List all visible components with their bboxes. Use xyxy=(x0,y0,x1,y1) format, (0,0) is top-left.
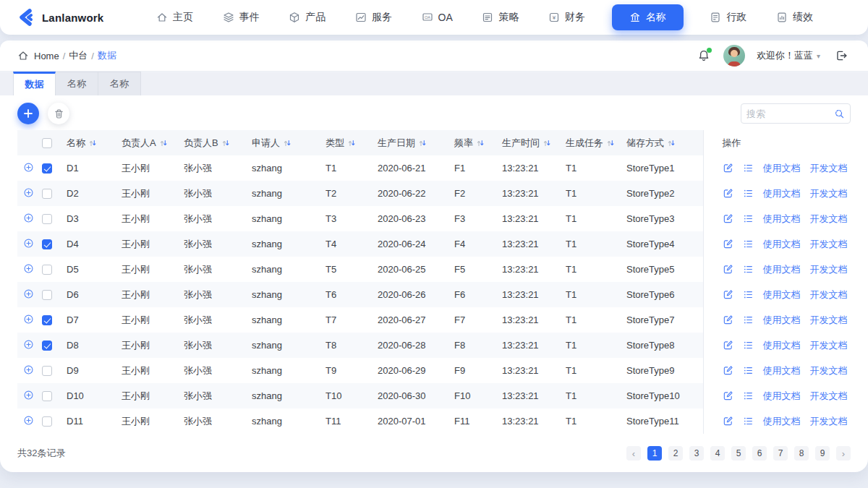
sort-icon[interactable] xyxy=(542,139,551,147)
page-button-2[interactable]: 2 xyxy=(668,446,683,461)
select-all-checkbox[interactable] xyxy=(42,138,52,148)
page-button-1[interactable]: 1 xyxy=(647,446,662,461)
edit-icon[interactable] xyxy=(723,365,733,376)
edit-icon[interactable] xyxy=(723,163,733,174)
list-icon[interactable] xyxy=(743,416,754,427)
expand-row-icon[interactable] xyxy=(23,364,34,375)
expand-row-icon[interactable] xyxy=(23,187,34,198)
sort-icon[interactable] xyxy=(667,139,676,147)
search-icon[interactable] xyxy=(834,108,845,119)
expand-row-icon[interactable] xyxy=(23,263,34,274)
page-button-5[interactable]: 5 xyxy=(731,446,746,461)
sort-icon[interactable] xyxy=(88,139,97,147)
expand-row-icon[interactable] xyxy=(23,213,34,223)
edit-icon[interactable] xyxy=(723,340,733,351)
nav-item-names[interactable]: 名称 xyxy=(612,4,684,30)
expand-row-icon[interactable] xyxy=(23,162,34,173)
edit-icon[interactable] xyxy=(723,314,733,325)
row-checkbox[interactable] xyxy=(42,391,52,401)
list-icon[interactable] xyxy=(743,340,754,351)
sort-icon[interactable] xyxy=(418,139,427,147)
list-icon[interactable] xyxy=(743,188,754,199)
doc-link-0[interactable]: 使用文档 xyxy=(763,339,801,352)
doc-link-1[interactable]: 开发文档 xyxy=(810,213,848,226)
sort-icon[interactable] xyxy=(476,139,485,147)
row-checkbox[interactable] xyxy=(42,290,52,300)
row-checkbox[interactable] xyxy=(42,163,52,174)
doc-link-0[interactable]: 使用文档 xyxy=(763,162,801,175)
sort-icon[interactable] xyxy=(283,139,292,147)
nav-item-oa[interactable]: OAOA xyxy=(419,7,456,27)
row-checkbox[interactable] xyxy=(42,416,52,427)
doc-link-0[interactable]: 使用文档 xyxy=(763,187,801,200)
edit-icon[interactable] xyxy=(723,416,733,427)
tab-2[interactable]: 名称 xyxy=(98,72,141,95)
notification-bell-icon[interactable] xyxy=(696,48,712,64)
page-button-7[interactable]: 7 xyxy=(773,446,788,461)
tab-1[interactable]: 名称 xyxy=(56,72,98,95)
list-icon[interactable] xyxy=(743,239,754,249)
doc-link-1[interactable]: 开发文档 xyxy=(810,162,848,175)
logout-icon[interactable] xyxy=(832,46,851,65)
doc-link-0[interactable]: 使用文档 xyxy=(763,238,801,251)
edit-icon[interactable] xyxy=(723,188,733,199)
delete-button[interactable] xyxy=(48,103,69,124)
nav-item-admin[interactable]: 行政 xyxy=(707,7,749,28)
doc-link-1[interactable]: 开发文档 xyxy=(810,288,848,301)
nav-item-strategy[interactable]: 策略 xyxy=(479,7,522,28)
edit-icon[interactable] xyxy=(723,390,733,401)
page-prev-button[interactable]: ‹ xyxy=(626,446,641,461)
sort-icon[interactable] xyxy=(606,139,615,147)
row-checkbox[interactable] xyxy=(42,265,52,275)
page-next-button[interactable]: › xyxy=(836,446,851,461)
list-icon[interactable] xyxy=(743,213,754,224)
doc-link-1[interactable]: 开发文档 xyxy=(810,187,848,200)
list-icon[interactable] xyxy=(743,289,754,300)
page-button-4[interactable]: 4 xyxy=(710,446,725,461)
doc-link-0[interactable]: 使用文档 xyxy=(763,364,801,377)
doc-link-0[interactable]: 使用文档 xyxy=(763,390,801,403)
sort-icon[interactable] xyxy=(159,139,168,147)
row-checkbox[interactable] xyxy=(42,239,52,249)
page-button-6[interactable]: 6 xyxy=(752,446,767,461)
breadcrumb-item[interactable]: Home xyxy=(34,51,59,61)
sort-icon[interactable] xyxy=(221,139,230,147)
breadcrumb-item[interactable]: 数据 xyxy=(98,49,116,62)
page-button-3[interactable]: 3 xyxy=(689,446,704,461)
expand-row-icon[interactable] xyxy=(23,238,34,249)
doc-link-1[interactable]: 开发文档 xyxy=(810,238,848,251)
doc-link-1[interactable]: 开发文档 xyxy=(810,415,848,428)
expand-row-icon[interactable] xyxy=(23,288,34,299)
doc-link-1[interactable]: 开发文档 xyxy=(810,364,848,377)
list-icon[interactable] xyxy=(743,365,754,376)
expand-row-icon[interactable] xyxy=(23,314,34,325)
row-checkbox[interactable] xyxy=(42,214,52,224)
doc-link-1[interactable]: 开发文档 xyxy=(810,390,848,403)
welcome-menu[interactable]: 欢迎你！蓝蓝 ▾ xyxy=(757,49,820,62)
list-icon[interactable] xyxy=(743,163,754,174)
nav-item-services[interactable]: 服务 xyxy=(352,7,395,28)
expand-row-icon[interactable] xyxy=(23,390,34,401)
doc-link-0[interactable]: 使用文档 xyxy=(763,288,801,301)
page-button-9[interactable]: 9 xyxy=(815,446,830,461)
edit-icon[interactable] xyxy=(723,213,733,224)
edit-icon[interactable] xyxy=(723,264,733,275)
doc-link-0[interactable]: 使用文档 xyxy=(763,263,801,276)
edit-icon[interactable] xyxy=(723,289,733,300)
doc-link-0[interactable]: 使用文档 xyxy=(763,213,801,226)
brand-logo[interactable]: Lanlanwork xyxy=(16,7,124,27)
nav-item-home[interactable]: 主页 xyxy=(153,7,196,28)
row-checkbox[interactable] xyxy=(42,366,52,376)
doc-link-1[interactable]: 开发文档 xyxy=(810,314,848,327)
row-checkbox[interactable] xyxy=(42,315,52,325)
nav-item-events[interactable]: 事件 xyxy=(220,7,263,28)
nav-item-finance[interactable]: ¥财务 xyxy=(545,7,588,28)
expand-row-icon[interactable] xyxy=(23,339,34,350)
nav-item-products[interactable]: 产品 xyxy=(286,7,328,28)
add-button[interactable] xyxy=(17,103,39,124)
list-icon[interactable] xyxy=(743,314,754,325)
search-input[interactable] xyxy=(746,108,834,119)
doc-link-0[interactable]: 使用文档 xyxy=(763,415,801,428)
tab-0[interactable]: 数据 xyxy=(13,72,56,95)
list-icon[interactable] xyxy=(743,264,754,275)
